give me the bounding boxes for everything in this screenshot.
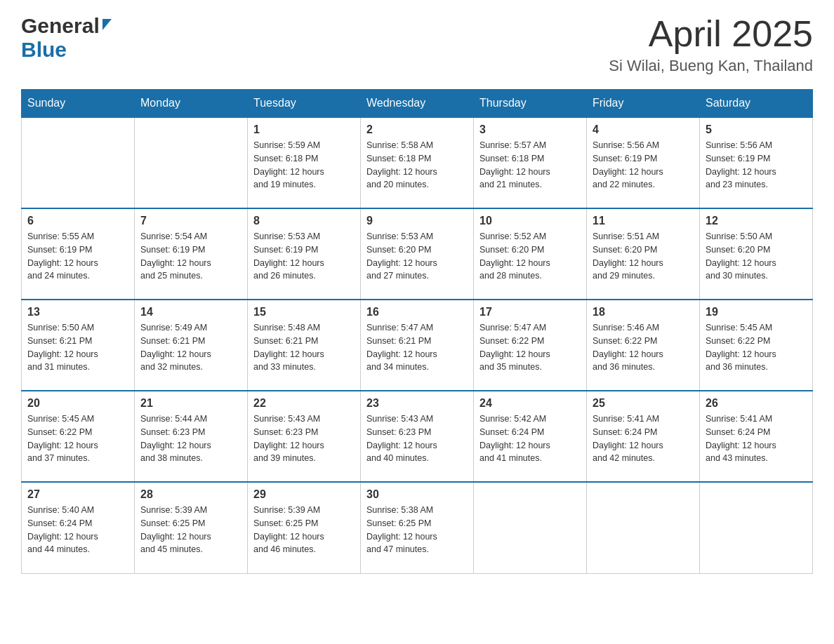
calendar-cell: 18Sunrise: 5:46 AM Sunset: 6:22 PM Dayli… [587, 300, 700, 391]
day-info: Sunrise: 5:45 AM Sunset: 6:22 PM Dayligh… [27, 412, 128, 465]
day-info: Sunrise: 5:58 AM Sunset: 6:18 PM Dayligh… [366, 139, 468, 192]
col-header-wednesday: Wednesday [361, 90, 474, 118]
day-info: Sunrise: 5:39 AM Sunset: 6:25 PM Dayligh… [253, 504, 355, 556]
calendar-cell: 17Sunrise: 5:47 AM Sunset: 6:22 PM Dayli… [474, 300, 587, 391]
day-info: Sunrise: 5:49 AM Sunset: 6:21 PM Dayligh… [140, 321, 241, 374]
calendar-week-row: 1Sunrise: 5:59 AM Sunset: 6:18 PM Daylig… [22, 117, 813, 208]
col-header-sunday: Sunday [22, 90, 135, 118]
day-info: Sunrise: 5:54 AM Sunset: 6:19 PM Dayligh… [140, 230, 241, 283]
day-number: 14 [140, 306, 241, 318]
day-number: 7 [140, 215, 241, 227]
day-number: 16 [366, 306, 468, 318]
logo-flag-icon [101, 19, 112, 33]
day-info: Sunrise: 5:50 AM Sunset: 6:20 PM Dayligh… [706, 230, 807, 283]
day-info: Sunrise: 5:47 AM Sunset: 6:21 PM Dayligh… [366, 321, 468, 374]
calendar-cell: 21Sunrise: 5:44 AM Sunset: 6:23 PM Dayli… [135, 391, 248, 482]
col-header-monday: Monday [135, 90, 248, 118]
logo-arrow-icon [102, 19, 112, 30]
day-number: 18 [593, 306, 694, 318]
logo: General Blue [21, 14, 112, 62]
calendar-cell: 8Sunrise: 5:53 AM Sunset: 6:19 PM Daylig… [248, 208, 361, 300]
calendar-cell: 16Sunrise: 5:47 AM Sunset: 6:21 PM Dayli… [361, 300, 474, 391]
calendar-cell [474, 482, 587, 573]
calendar-cell [135, 117, 248, 208]
day-number: 21 [140, 397, 241, 410]
day-number: 28 [140, 488, 241, 501]
day-number: 13 [27, 306, 128, 318]
calendar-cell: 9Sunrise: 5:53 AM Sunset: 6:20 PM Daylig… [361, 208, 474, 300]
calendar-cell: 15Sunrise: 5:48 AM Sunset: 6:21 PM Dayli… [248, 300, 361, 391]
day-number: 22 [253, 397, 355, 410]
calendar-cell: 6Sunrise: 5:55 AM Sunset: 6:19 PM Daylig… [22, 208, 135, 300]
day-info: Sunrise: 5:44 AM Sunset: 6:23 PM Dayligh… [140, 412, 241, 465]
calendar-cell: 1Sunrise: 5:59 AM Sunset: 6:18 PM Daylig… [248, 117, 361, 208]
calendar-table: SundayMondayTuesdayWednesdayThursdayFrid… [21, 89, 813, 574]
day-info: Sunrise: 5:52 AM Sunset: 6:20 PM Dayligh… [479, 230, 581, 283]
day-number: 2 [366, 123, 468, 136]
day-info: Sunrise: 5:47 AM Sunset: 6:22 PM Dayligh… [479, 321, 581, 374]
col-header-tuesday: Tuesday [248, 90, 361, 118]
calendar-cell: 3Sunrise: 5:57 AM Sunset: 6:18 PM Daylig… [474, 117, 587, 208]
day-number: 9 [366, 215, 468, 227]
month-title: April 2025 [609, 14, 813, 54]
day-number: 17 [479, 306, 581, 318]
col-header-friday: Friday [587, 90, 700, 118]
calendar-cell: 5Sunrise: 5:56 AM Sunset: 6:19 PM Daylig… [700, 117, 813, 208]
calendar-cell: 2Sunrise: 5:58 AM Sunset: 6:18 PM Daylig… [361, 117, 474, 208]
day-info: Sunrise: 5:53 AM Sunset: 6:20 PM Dayligh… [366, 230, 468, 283]
col-header-thursday: Thursday [474, 90, 587, 118]
day-number: 6 [27, 215, 128, 227]
calendar-cell: 23Sunrise: 5:43 AM Sunset: 6:23 PM Dayli… [361, 391, 474, 482]
day-info: Sunrise: 5:43 AM Sunset: 6:23 PM Dayligh… [253, 412, 355, 465]
day-info: Sunrise: 5:40 AM Sunset: 6:24 PM Dayligh… [27, 504, 128, 556]
calendar-cell [700, 482, 813, 573]
calendar-cell: 11Sunrise: 5:51 AM Sunset: 6:20 PM Dayli… [587, 208, 700, 300]
calendar-cell: 24Sunrise: 5:42 AM Sunset: 6:24 PM Dayli… [474, 391, 587, 482]
day-info: Sunrise: 5:51 AM Sunset: 6:20 PM Dayligh… [593, 230, 694, 283]
calendar-cell: 30Sunrise: 5:38 AM Sunset: 6:25 PM Dayli… [361, 482, 474, 573]
calendar-cell: 20Sunrise: 5:45 AM Sunset: 6:22 PM Dayli… [22, 391, 135, 482]
day-info: Sunrise: 5:41 AM Sunset: 6:24 PM Dayligh… [706, 412, 807, 465]
logo-blue-text: Blue [21, 38, 67, 61]
calendar-header-row: SundayMondayTuesdayWednesdayThursdayFrid… [22, 90, 813, 118]
day-info: Sunrise: 5:59 AM Sunset: 6:18 PM Dayligh… [253, 139, 355, 192]
col-header-saturday: Saturday [700, 90, 813, 118]
calendar-cell: 19Sunrise: 5:45 AM Sunset: 6:22 PM Dayli… [700, 300, 813, 391]
day-info: Sunrise: 5:56 AM Sunset: 6:19 PM Dayligh… [706, 139, 807, 192]
day-info: Sunrise: 5:55 AM Sunset: 6:19 PM Dayligh… [27, 230, 128, 283]
day-number: 29 [253, 488, 355, 501]
day-number: 5 [706, 123, 807, 136]
day-number: 25 [593, 397, 694, 410]
day-number: 30 [366, 488, 468, 501]
calendar-cell: 25Sunrise: 5:41 AM Sunset: 6:24 PM Dayli… [587, 391, 700, 482]
day-number: 20 [27, 397, 128, 410]
day-info: Sunrise: 5:42 AM Sunset: 6:24 PM Dayligh… [479, 412, 581, 465]
day-info: Sunrise: 5:53 AM Sunset: 6:19 PM Dayligh… [253, 230, 355, 283]
calendar-cell: 12Sunrise: 5:50 AM Sunset: 6:20 PM Dayli… [700, 208, 813, 300]
calendar-week-row: 13Sunrise: 5:50 AM Sunset: 6:21 PM Dayli… [22, 300, 813, 391]
location-title: Si Wilai, Bueng Kan, Thailand [609, 57, 813, 75]
day-number: 15 [253, 306, 355, 318]
calendar-cell: 29Sunrise: 5:39 AM Sunset: 6:25 PM Dayli… [248, 482, 361, 573]
day-info: Sunrise: 5:57 AM Sunset: 6:18 PM Dayligh… [479, 139, 581, 192]
page-header: General Blue April 2025 Si Wilai, Bueng … [21, 14, 813, 75]
day-number: 1 [253, 123, 355, 136]
day-info: Sunrise: 5:38 AM Sunset: 6:25 PM Dayligh… [366, 504, 468, 556]
calendar-cell [587, 482, 700, 573]
calendar-cell [22, 117, 135, 208]
day-number: 23 [366, 397, 468, 410]
logo-general-text: General [21, 14, 100, 38]
calendar-cell: 22Sunrise: 5:43 AM Sunset: 6:23 PM Dayli… [248, 391, 361, 482]
day-info: Sunrise: 5:50 AM Sunset: 6:21 PM Dayligh… [27, 321, 128, 374]
day-number: 3 [479, 123, 581, 136]
day-number: 24 [479, 397, 581, 410]
title-block: April 2025 Si Wilai, Bueng Kan, Thailand [609, 14, 813, 75]
calendar-cell: 13Sunrise: 5:50 AM Sunset: 6:21 PM Dayli… [22, 300, 135, 391]
day-info: Sunrise: 5:45 AM Sunset: 6:22 PM Dayligh… [706, 321, 807, 374]
calendar-week-row: 27Sunrise: 5:40 AM Sunset: 6:24 PM Dayli… [22, 482, 813, 573]
calendar-week-row: 6Sunrise: 5:55 AM Sunset: 6:19 PM Daylig… [22, 208, 813, 300]
day-info: Sunrise: 5:39 AM Sunset: 6:25 PM Dayligh… [140, 504, 241, 556]
day-info: Sunrise: 5:56 AM Sunset: 6:19 PM Dayligh… [593, 139, 694, 192]
day-info: Sunrise: 5:48 AM Sunset: 6:21 PM Dayligh… [253, 321, 355, 374]
day-info: Sunrise: 5:41 AM Sunset: 6:24 PM Dayligh… [593, 412, 694, 465]
